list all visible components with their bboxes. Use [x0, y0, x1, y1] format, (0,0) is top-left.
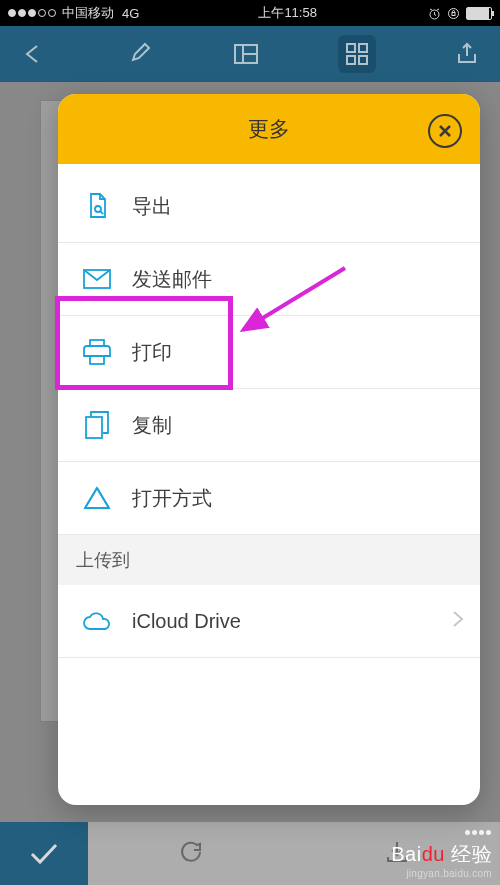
- action-label: 复制: [132, 412, 172, 439]
- cloud-icon: [80, 611, 114, 631]
- more-actions-modal: 更多 导出 发送邮件 打印 复制: [58, 94, 480, 805]
- action-send-mail[interactable]: 发送邮件: [58, 243, 480, 316]
- upload-section-header: 上传到: [58, 535, 480, 585]
- watermark: Baidu 经验 jingyan.baidu.com: [391, 841, 492, 879]
- print-icon: [80, 339, 114, 365]
- wm-url: jingyan.baidu.com: [391, 868, 492, 879]
- svg-rect-11: [90, 356, 104, 364]
- action-print[interactable]: 打印: [58, 316, 480, 389]
- chevron-right-icon: [452, 610, 464, 632]
- open-in-icon: [80, 486, 114, 510]
- action-label: 打印: [132, 339, 172, 366]
- upload-label: iCloud Drive: [132, 610, 241, 633]
- section-label: 上传到: [76, 548, 130, 572]
- export-icon: [80, 192, 114, 220]
- action-label: 打开方式: [132, 485, 212, 512]
- paw-icon: [464, 821, 492, 839]
- action-label: 发送邮件: [132, 266, 212, 293]
- wm-text: du: [422, 843, 445, 865]
- close-button[interactable]: [428, 114, 462, 148]
- action-open-with[interactable]: 打开方式: [58, 462, 480, 535]
- wm-text: 经验: [451, 843, 492, 865]
- svg-rect-12: [86, 417, 102, 438]
- action-label: 导出: [132, 193, 172, 220]
- modal-header: 更多: [58, 94, 480, 164]
- mail-icon: [80, 269, 114, 289]
- action-copy[interactable]: 复制: [58, 389, 480, 462]
- modal-title: 更多: [248, 115, 290, 143]
- svg-point-8: [95, 206, 101, 212]
- upload-icloud-drive[interactable]: iCloud Drive: [58, 585, 480, 658]
- wm-text: Bai: [391, 843, 421, 865]
- copy-icon: [80, 411, 114, 439]
- action-export[interactable]: 导出: [58, 170, 480, 243]
